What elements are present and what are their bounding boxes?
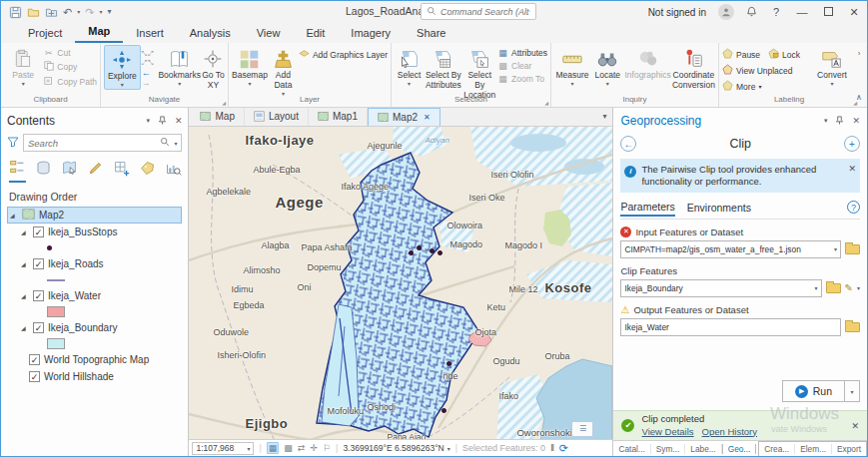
back-button[interactable]: ← <box>620 136 636 152</box>
account-avatar-icon[interactable] <box>718 4 734 20</box>
view-details-link[interactable]: View Details <box>641 426 693 437</box>
notifications-bell-icon[interactable] <box>746 6 757 19</box>
attributes-button[interactable]: ▦Attributes <box>497 48 547 58</box>
navigate-dialog-launcher-icon[interactable]: ◢ <box>222 100 226 106</box>
copy-button[interactable]: Copy <box>43 61 97 73</box>
measure-button[interactable]: Measure▾ <box>554 45 590 88</box>
grid2-tool-icon[interactable]: ▩ <box>284 443 293 453</box>
snap-tool-icon[interactable]: ✛ <box>310 443 318 453</box>
input-features-value[interactable] <box>624 244 832 254</box>
save-icon[interactable] <box>9 6 22 19</box>
fixed-zoom-icons2[interactable]: ⤢⤡ <box>142 59 158 67</box>
list-by-snapping-icon[interactable] <box>113 160 130 182</box>
select-by-location-button[interactable]: Select By Location <box>462 45 496 100</box>
pencil-dropdown-icon[interactable]: ▾ <box>857 284 860 291</box>
convert-labels-button[interactable]: Convert▾ <box>811 45 853 88</box>
contents-close-icon[interactable]: ✕ <box>175 116 183 126</box>
grid-tool-icon[interactable]: ▦ <box>267 442 280 454</box>
open-history-link[interactable]: Open History <box>702 426 757 437</box>
geo-pin-icon[interactable] <box>835 116 844 127</box>
dismiss-info-icon[interactable]: ✕ <box>848 164 856 188</box>
pause-labeling-button[interactable]: Pause <box>722 48 760 61</box>
dock-tab-geoprocessing[interactable]: Geo... <box>722 444 757 454</box>
view-tab-map[interactable]: Map <box>191 108 244 126</box>
layer-item-water[interactable]: ◢ ✓ Ikeja_Water <box>7 287 182 304</box>
contents-pin-icon[interactable] <box>158 116 167 127</box>
layer-checkbox[interactable]: ✓ <box>29 371 40 382</box>
map-canvas[interactable]: Ifako-IjayeAbule-EgbaAgbelekaleIfako Age… <box>189 127 612 439</box>
geo-menu-chevron-icon[interactable]: ▾ <box>824 117 828 125</box>
project-icon[interactable] <box>45 6 58 19</box>
more-labeling-button[interactable]: More ▾ <box>722 80 810 93</box>
select-button[interactable]: Select▾ <box>395 45 424 88</box>
map-overview-button[interactable]: ☰ <box>571 421 593 437</box>
dock-tab-export[interactable]: Export <box>832 444 866 454</box>
infographics-button[interactable]: Infographics <box>624 45 670 81</box>
tab-insert[interactable]: Insert <box>123 24 177 43</box>
lock-labels-button[interactable]: Lock <box>768 48 800 61</box>
contents-search-input[interactable] <box>28 138 156 149</box>
parameters-tab[interactable]: Parameters <box>620 201 674 217</box>
locate-button[interactable]: Locate▾ <box>591 45 623 88</box>
open-another-tool-button[interactable]: + <box>844 136 860 152</box>
layer-checkbox[interactable]: ✓ <box>33 258 44 269</box>
paste-button[interactable]: Paste▾ <box>4 45 42 88</box>
list-by-editing-icon[interactable] <box>87 160 104 182</box>
browse-input-folder-icon[interactable] <box>845 244 860 254</box>
environments-tab[interactable]: Environments <box>687 202 751 214</box>
tool-help-icon[interactable]: ? <box>847 201 860 214</box>
dismiss-toast-icon[interactable]: ✕ <box>851 421 859 431</box>
browse-clip-folder-icon[interactable] <box>826 283 841 293</box>
tab-analysis[interactable]: Analysis <box>177 24 244 43</box>
redo-dropdown-icon[interactable]: ▾ <box>99 9 102 15</box>
run-button[interactable]: ▶ Run <box>782 380 845 402</box>
view-tab-map1[interactable]: Map1 <box>309 108 368 126</box>
water-symbol[interactable] <box>7 304 182 319</box>
layer-item-boundary[interactable]: ◢ ✓ Ikeja_Boundary <box>7 319 182 336</box>
edit-pencil-icon[interactable]: ✎ <box>845 282 853 293</box>
list-by-selection-icon[interactable] <box>61 160 78 182</box>
expand-icon[interactable]: ◢ <box>10 212 18 219</box>
layer-item-roads[interactable]: ◢ ✓ Ikeja_Roads <box>7 255 182 272</box>
boundary-symbol[interactable] <box>7 336 182 351</box>
bookmarks-button[interactable]: Bookmarks▾ <box>158 45 201 88</box>
run-options-chevron-icon[interactable]: ▾ <box>845 380 860 402</box>
view-tab-layout[interactable]: Layout <box>245 108 309 126</box>
close-view-tab-icon[interactable]: ✕ <box>424 113 431 122</box>
add-graphics-layer-button[interactable]: Add Graphics Layer <box>299 48 388 61</box>
view-tab-list-chevron-icon[interactable]: ▾ <box>602 112 606 121</box>
contents-search-box[interactable]: ▾ <box>23 134 182 152</box>
ribbon-overflow-icon[interactable]: › <box>858 49 861 58</box>
tab-project[interactable]: Project <box>15 24 75 43</box>
output-features-textbox[interactable] <box>620 318 841 336</box>
contents-menu-chevron-icon[interactable]: ▾ <box>146 117 150 125</box>
layer-checkbox[interactable]: ✓ <box>29 354 40 365</box>
dock-tab-catalog[interactable]: Catal... <box>613 444 650 454</box>
layer-item-map2[interactable]: ◢ Map2 <box>7 207 182 224</box>
help-icon[interactable]: ? <box>769 6 783 18</box>
fixed-zoom-icons[interactable]: ⤡⤢ <box>142 50 158 58</box>
list-by-labeling-icon[interactable] <box>139 160 156 182</box>
command-search[interactable] <box>421 3 536 20</box>
list-by-charts-icon[interactable] <box>165 160 182 182</box>
view-unplaced-button[interactable]: View Unplaced <box>722 64 810 77</box>
view-tab-map2[interactable]: Map2✕ <box>368 108 440 126</box>
pause-drawing-icon[interactable]: ‖ <box>550 443 554 453</box>
layer-item-hillshade[interactable]: ✓ World Hillshade <box>7 368 182 385</box>
filter-funnel-icon[interactable] <box>7 136 19 150</box>
cut-button[interactable]: ✂Cut <box>43 48 97 58</box>
coordinate-conversion-button[interactable]: Coordinate Conversion <box>672 45 715 91</box>
undo-dropdown-icon[interactable]: ▾ <box>77 9 80 15</box>
layer-checkbox[interactable]: ✓ <box>33 322 44 333</box>
scale-combobox[interactable]: 1:107,968▾ <box>192 442 254 455</box>
basemap-button[interactable]: Basemap▾ <box>232 45 268 88</box>
tab-share[interactable]: Share <box>404 24 458 43</box>
tab-view[interactable]: View <box>244 24 294 43</box>
copy-path-button[interactable]: Copy Path <box>43 76 97 88</box>
layer-item-topographic[interactable]: ✓ World Topographic Map <box>7 351 182 368</box>
refresh-icon[interactable]: ⟳ <box>559 442 568 455</box>
close-button[interactable]: ✕ <box>847 6 861 19</box>
undo-icon[interactable]: ↶ <box>63 7 72 18</box>
clear-button[interactable]: ▩Clear <box>497 61 547 71</box>
previous-extent-icon[interactable]: ← <box>142 68 151 78</box>
